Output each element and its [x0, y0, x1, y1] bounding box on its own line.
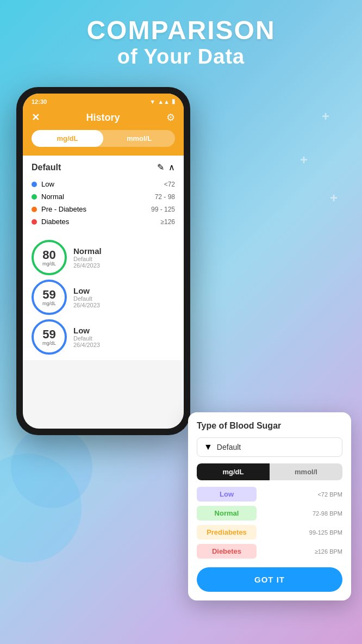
range-row-low: Low <72 — [32, 178, 175, 190]
reading-circle-1: 80 mg/dL — [32, 240, 67, 275]
popup-unit-toggle: mg/dL mmol/l — [197, 463, 342, 480]
popup-badge-diabetes: Diebetes — [197, 544, 257, 559]
deco-plus-1: + — [322, 109, 329, 124]
reading-circle-3: 59 mg/dL — [32, 319, 67, 355]
deco-plus-2: + — [300, 152, 308, 168]
reading-value-1: 80 — [42, 249, 55, 261]
range-row-normal: Normal 72 - 98 — [32, 190, 175, 203]
dot-diabetes — [32, 219, 37, 225]
collapse-icon[interactable]: ∧ — [168, 162, 175, 172]
reading-type-3: Low — [73, 326, 100, 335]
popup-title: Type of Blood Sugar — [197, 421, 342, 431]
reading-unit-2: mg/dL — [42, 301, 56, 306]
edit-icon[interactable]: ✎ — [157, 162, 164, 172]
unit-mgdl-button[interactable]: mg/dL — [32, 130, 103, 147]
status-icons: ▼ ▲▲ ▮ — [149, 98, 175, 105]
reading-item-3: 59 mg/dL Low Default26/4/2023 — [32, 319, 175, 355]
range-row-diabetes: Diabetes ≥126 — [32, 215, 175, 228]
status-bar: 12:30 ▼ ▲▲ ▮ — [23, 94, 184, 107]
phone-screen: 12:30 ▼ ▲▲ ▮ ✕ History ⚙ mg/dL mmol/L — [23, 94, 184, 429]
popup-range-diabetes: Diebetes ≥126 BPM — [197, 544, 342, 559]
popup-range-prediabetes: Prediabetes 99-125 BPM — [197, 525, 342, 540]
popup-range-normal: Normal 72-98 BPM — [197, 506, 342, 521]
range-row-prediabetes: Pre - Diabetes 99 - 125 — [32, 203, 175, 215]
phone-header: ✕ History ⚙ — [23, 107, 184, 130]
reading-value-2: 59 — [42, 289, 55, 301]
reading-item-1: 80 mg/dL Normal Default26/4/2023 — [32, 240, 175, 275]
popup-card: Type of Blood Sugar ▼ Default mg/dL mmol… — [188, 412, 351, 600]
range-label-prediabetes: Pre - Diabetes — [41, 205, 86, 213]
popup-dropdown-text: Default — [217, 443, 335, 451]
deco-plus-3: + — [330, 190, 338, 206]
popup-range-low: Low <72 BPM — [197, 487, 342, 501]
popup-badge-prediabetes: Prediabetes — [197, 525, 257, 540]
dropdown-arrow-icon: ▼ — [204, 442, 213, 452]
reading-info-1: Normal Default26/4/2023 — [73, 246, 102, 269]
range-label-diabetes: Diabetes — [41, 218, 69, 226]
dot-prediabetes — [32, 207, 37, 212]
range-label-normal: Normal — [41, 193, 64, 201]
range-value-prediabetes: 99 - 125 — [151, 206, 175, 213]
popup-badge-normal: Normal — [197, 506, 257, 521]
header-section: COMPARISON of Your Data — [0, 0, 362, 79]
status-time: 12:30 — [32, 98, 47, 105]
reading-unit-3: mg/dL — [42, 340, 56, 346]
reading-info-3: Low Default26/4/2023 — [73, 326, 100, 348]
default-title: Default — [32, 163, 61, 172]
reading-meta-1: Default26/4/2023 — [73, 256, 102, 269]
reading-circle-2: 59 mg/dL — [32, 280, 67, 315]
reading-unit-1: mg/dL — [42, 261, 56, 267]
popup-value-prediabetes: 99-125 BPM — [309, 529, 342, 536]
reading-type-2: Low — [73, 286, 100, 295]
default-icons: ✎ ∧ — [157, 162, 175, 172]
unit-toggle-inner: mg/dL mmol/L — [32, 130, 175, 147]
popup-badge-low: Low — [197, 487, 257, 501]
settings-icon[interactable]: ⚙ — [166, 112, 175, 123]
popup-unit-mgdl-button[interactable]: mg/dL — [197, 463, 270, 480]
signal-icon: ▲▲ — [158, 98, 170, 105]
range-label-low: Low — [41, 180, 54, 188]
close-button[interactable]: ✕ — [32, 112, 40, 123]
bg-circle-2 — [11, 426, 92, 508]
popup-dropdown[interactable]: ▼ Default — [197, 437, 342, 457]
reading-meta-2: Default26/4/2023 — [73, 295, 100, 308]
reading-type-1: Normal — [73, 246, 102, 256]
got-it-button[interactable]: GOT IT — [197, 567, 342, 592]
popup-unit-mmol-button[interactable]: mmol/l — [270, 463, 342, 480]
header-title-line2: of Your Data — [11, 45, 351, 69]
range-value-low: <72 — [164, 181, 175, 188]
screen-title: History — [86, 112, 120, 123]
default-card: Default ✎ ∧ Low <72 — [23, 156, 184, 234]
popup-value-diabetes: ≥126 BPM — [315, 548, 342, 555]
dot-normal — [32, 194, 37, 200]
phone-device: 12:30 ▼ ▲▲ ▮ ✕ History ⚙ mg/dL mmol/L — [16, 87, 190, 435]
unit-mmol-button[interactable]: mmol/L — [103, 130, 175, 147]
range-value-diabetes: ≥126 — [160, 218, 175, 226]
reading-value-3: 59 — [42, 329, 55, 340]
reading-info-2: Low Default26/4/2023 — [73, 286, 100, 308]
default-header: Default ✎ ∧ — [32, 162, 175, 172]
unit-toggle-area: mg/dL mmol/L — [23, 130, 184, 156]
reading-item-2: 59 mg/dL Low Default26/4/2023 — [32, 280, 175, 315]
popup-value-low: <72 BPM — [317, 491, 342, 498]
readings-area: 80 mg/dL Normal Default26/4/2023 59 mg/d… — [23, 234, 184, 360]
dot-low — [32, 182, 37, 187]
popup-value-normal: 72-98 BPM — [313, 510, 342, 517]
range-value-normal: 72 - 98 — [155, 193, 175, 201]
battery-icon: ▮ — [172, 98, 175, 105]
header-title-line1: COMPARISON — [11, 16, 351, 45]
phone-wrapper: 12:30 ▼ ▲▲ ▮ ✕ History ⚙ mg/dL mmol/L — [16, 87, 190, 435]
wifi-icon: ▼ — [149, 98, 155, 105]
reading-meta-3: Default26/4/2023 — [73, 335, 100, 348]
